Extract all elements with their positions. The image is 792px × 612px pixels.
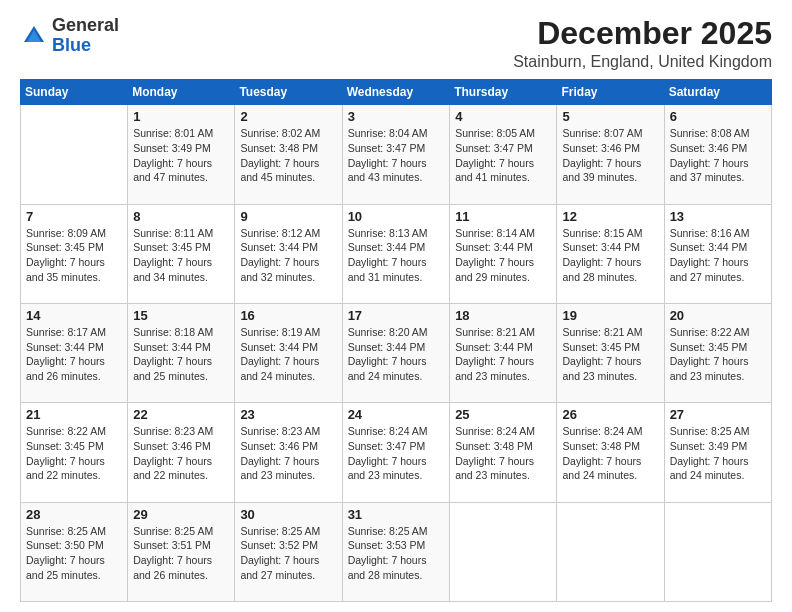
calendar-week-row: 7Sunrise: 8:09 AM Sunset: 3:45 PM Daylig… — [21, 204, 772, 303]
calendar-day-header: Wednesday — [342, 80, 450, 105]
day-info: Sunrise: 8:24 AM Sunset: 3:48 PM Dayligh… — [562, 424, 658, 483]
day-number: 14 — [26, 308, 122, 323]
calendar-cell: 21Sunrise: 8:22 AM Sunset: 3:45 PM Dayli… — [21, 403, 128, 502]
calendar-cell: 8Sunrise: 8:11 AM Sunset: 3:45 PM Daylig… — [128, 204, 235, 303]
day-info: Sunrise: 8:04 AM Sunset: 3:47 PM Dayligh… — [348, 126, 445, 185]
calendar-cell: 5Sunrise: 8:07 AM Sunset: 3:46 PM Daylig… — [557, 105, 664, 204]
day-info: Sunrise: 8:22 AM Sunset: 3:45 PM Dayligh… — [670, 325, 766, 384]
day-number: 18 — [455, 308, 551, 323]
calendar-cell: 25Sunrise: 8:24 AM Sunset: 3:48 PM Dayli… — [450, 403, 557, 502]
day-number: 22 — [133, 407, 229, 422]
calendar-day-header: Sunday — [21, 80, 128, 105]
day-number: 21 — [26, 407, 122, 422]
day-number: 2 — [240, 109, 336, 124]
day-info: Sunrise: 8:09 AM Sunset: 3:45 PM Dayligh… — [26, 226, 122, 285]
day-info: Sunrise: 8:25 AM Sunset: 3:53 PM Dayligh… — [348, 524, 445, 583]
calendar-cell: 7Sunrise: 8:09 AM Sunset: 3:45 PM Daylig… — [21, 204, 128, 303]
day-info: Sunrise: 8:21 AM Sunset: 3:45 PM Dayligh… — [562, 325, 658, 384]
day-number: 23 — [240, 407, 336, 422]
day-info: Sunrise: 8:02 AM Sunset: 3:48 PM Dayligh… — [240, 126, 336, 185]
calendar-cell: 19Sunrise: 8:21 AM Sunset: 3:45 PM Dayli… — [557, 303, 664, 402]
calendar-cell: 31Sunrise: 8:25 AM Sunset: 3:53 PM Dayli… — [342, 502, 450, 601]
day-info: Sunrise: 8:08 AM Sunset: 3:46 PM Dayligh… — [670, 126, 766, 185]
day-number: 30 — [240, 507, 336, 522]
day-info: Sunrise: 8:23 AM Sunset: 3:46 PM Dayligh… — [240, 424, 336, 483]
day-number: 26 — [562, 407, 658, 422]
logo-blue: Blue — [52, 35, 91, 55]
calendar-cell: 23Sunrise: 8:23 AM Sunset: 3:46 PM Dayli… — [235, 403, 342, 502]
day-info: Sunrise: 8:13 AM Sunset: 3:44 PM Dayligh… — [348, 226, 445, 285]
day-info: Sunrise: 8:25 AM Sunset: 3:51 PM Dayligh… — [133, 524, 229, 583]
day-number: 20 — [670, 308, 766, 323]
day-number: 3 — [348, 109, 445, 124]
main-title: December 2025 — [513, 16, 772, 51]
calendar-cell: 6Sunrise: 8:08 AM Sunset: 3:46 PM Daylig… — [664, 105, 771, 204]
calendar-cell: 30Sunrise: 8:25 AM Sunset: 3:52 PM Dayli… — [235, 502, 342, 601]
day-info: Sunrise: 8:12 AM Sunset: 3:44 PM Dayligh… — [240, 226, 336, 285]
day-number: 13 — [670, 209, 766, 224]
day-number: 5 — [562, 109, 658, 124]
day-info: Sunrise: 8:20 AM Sunset: 3:44 PM Dayligh… — [348, 325, 445, 384]
subtitle: Stainburn, England, United Kingdom — [513, 53, 772, 71]
calendar-cell: 20Sunrise: 8:22 AM Sunset: 3:45 PM Dayli… — [664, 303, 771, 402]
day-info: Sunrise: 8:05 AM Sunset: 3:47 PM Dayligh… — [455, 126, 551, 185]
calendar-cell: 13Sunrise: 8:16 AM Sunset: 3:44 PM Dayli… — [664, 204, 771, 303]
day-info: Sunrise: 8:01 AM Sunset: 3:49 PM Dayligh… — [133, 126, 229, 185]
logo-general: General — [52, 15, 119, 35]
calendar-day-header: Tuesday — [235, 80, 342, 105]
calendar-cell: 15Sunrise: 8:18 AM Sunset: 3:44 PM Dayli… — [128, 303, 235, 402]
day-number: 7 — [26, 209, 122, 224]
calendar-cell: 22Sunrise: 8:23 AM Sunset: 3:46 PM Dayli… — [128, 403, 235, 502]
calendar-table: SundayMondayTuesdayWednesdayThursdayFrid… — [20, 79, 772, 602]
calendar-cell: 26Sunrise: 8:24 AM Sunset: 3:48 PM Dayli… — [557, 403, 664, 502]
calendar-day-header: Monday — [128, 80, 235, 105]
day-number: 17 — [348, 308, 445, 323]
calendar-cell: 18Sunrise: 8:21 AM Sunset: 3:44 PM Dayli… — [450, 303, 557, 402]
calendar-cell: 3Sunrise: 8:04 AM Sunset: 3:47 PM Daylig… — [342, 105, 450, 204]
calendar-cell: 27Sunrise: 8:25 AM Sunset: 3:49 PM Dayli… — [664, 403, 771, 502]
day-info: Sunrise: 8:25 AM Sunset: 3:52 PM Dayligh… — [240, 524, 336, 583]
calendar-cell: 10Sunrise: 8:13 AM Sunset: 3:44 PM Dayli… — [342, 204, 450, 303]
day-info: Sunrise: 8:21 AM Sunset: 3:44 PM Dayligh… — [455, 325, 551, 384]
day-info: Sunrise: 8:15 AM Sunset: 3:44 PM Dayligh… — [562, 226, 658, 285]
day-info: Sunrise: 8:23 AM Sunset: 3:46 PM Dayligh… — [133, 424, 229, 483]
calendar-day-header: Saturday — [664, 80, 771, 105]
day-info: Sunrise: 8:07 AM Sunset: 3:46 PM Dayligh… — [562, 126, 658, 185]
calendar-day-header: Friday — [557, 80, 664, 105]
logo-text: General Blue — [52, 16, 119, 56]
page: General Blue December 2025 Stainburn, En… — [0, 0, 792, 612]
day-number: 29 — [133, 507, 229, 522]
calendar-cell: 24Sunrise: 8:24 AM Sunset: 3:47 PM Dayli… — [342, 403, 450, 502]
day-number: 28 — [26, 507, 122, 522]
calendar-cell: 1Sunrise: 8:01 AM Sunset: 3:49 PM Daylig… — [128, 105, 235, 204]
calendar-cell — [664, 502, 771, 601]
day-info: Sunrise: 8:24 AM Sunset: 3:47 PM Dayligh… — [348, 424, 445, 483]
day-number: 9 — [240, 209, 336, 224]
day-info: Sunrise: 8:17 AM Sunset: 3:44 PM Dayligh… — [26, 325, 122, 384]
calendar-cell — [557, 502, 664, 601]
calendar-cell: 9Sunrise: 8:12 AM Sunset: 3:44 PM Daylig… — [235, 204, 342, 303]
calendar-cell: 4Sunrise: 8:05 AM Sunset: 3:47 PM Daylig… — [450, 105, 557, 204]
calendar-week-row: 1Sunrise: 8:01 AM Sunset: 3:49 PM Daylig… — [21, 105, 772, 204]
day-number: 1 — [133, 109, 229, 124]
calendar-cell — [450, 502, 557, 601]
calendar-week-row: 28Sunrise: 8:25 AM Sunset: 3:50 PM Dayli… — [21, 502, 772, 601]
calendar-day-header: Thursday — [450, 80, 557, 105]
day-number: 24 — [348, 407, 445, 422]
day-info: Sunrise: 8:19 AM Sunset: 3:44 PM Dayligh… — [240, 325, 336, 384]
calendar-week-row: 14Sunrise: 8:17 AM Sunset: 3:44 PM Dayli… — [21, 303, 772, 402]
day-info: Sunrise: 8:22 AM Sunset: 3:45 PM Dayligh… — [26, 424, 122, 483]
day-info: Sunrise: 8:24 AM Sunset: 3:48 PM Dayligh… — [455, 424, 551, 483]
calendar-cell: 17Sunrise: 8:20 AM Sunset: 3:44 PM Dayli… — [342, 303, 450, 402]
day-number: 4 — [455, 109, 551, 124]
day-number: 8 — [133, 209, 229, 224]
day-info: Sunrise: 8:16 AM Sunset: 3:44 PM Dayligh… — [670, 226, 766, 285]
calendar-cell: 2Sunrise: 8:02 AM Sunset: 3:48 PM Daylig… — [235, 105, 342, 204]
calendar-cell: 14Sunrise: 8:17 AM Sunset: 3:44 PM Dayli… — [21, 303, 128, 402]
day-number: 31 — [348, 507, 445, 522]
day-info: Sunrise: 8:11 AM Sunset: 3:45 PM Dayligh… — [133, 226, 229, 285]
day-info: Sunrise: 8:25 AM Sunset: 3:49 PM Dayligh… — [670, 424, 766, 483]
calendar-cell: 28Sunrise: 8:25 AM Sunset: 3:50 PM Dayli… — [21, 502, 128, 601]
calendar-cell — [21, 105, 128, 204]
calendar-cell: 12Sunrise: 8:15 AM Sunset: 3:44 PM Dayli… — [557, 204, 664, 303]
